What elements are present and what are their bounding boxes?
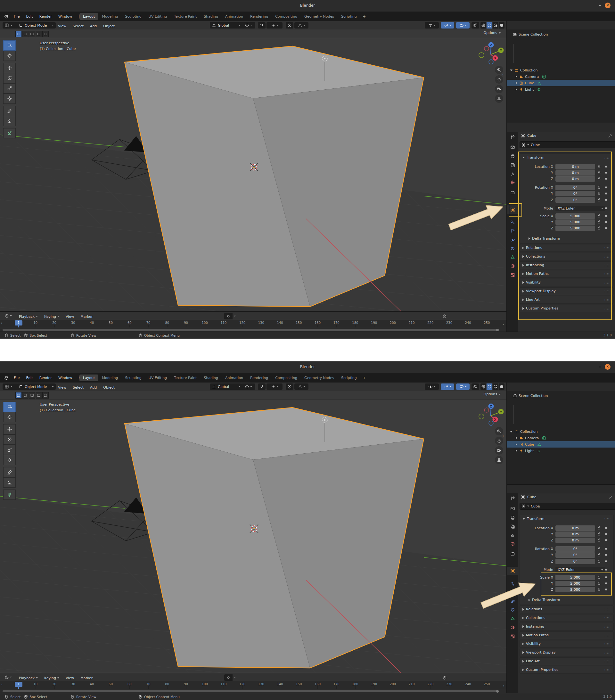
lock-icon[interactable] bbox=[597, 185, 601, 189]
rotation-mode-dropdown[interactable]: XYZ Euler bbox=[555, 206, 605, 211]
transform-value-field[interactable]: 5.000 bbox=[555, 213, 595, 219]
timeline-menu-keying[interactable]: Keying bbox=[41, 675, 62, 681]
properties-tab-output[interactable] bbox=[507, 152, 518, 160]
timeline-menu-view[interactable]: View bbox=[63, 675, 77, 681]
editor-type-button[interactable] bbox=[2, 22, 18, 28]
proportional-editing-button[interactable] bbox=[286, 384, 293, 390]
sidebar-collapse-chevron[interactable]: ‹ bbox=[502, 72, 503, 77]
shading-material-button[interactable] bbox=[493, 22, 499, 28]
editor-splitter-vertical[interactable] bbox=[506, 21, 507, 332]
viewport-3d[interactable]: Z Y X bbox=[0, 383, 506, 673]
properties-tab-particles[interactable] bbox=[507, 588, 518, 596]
properties-tab-scene[interactable] bbox=[507, 170, 518, 178]
panel-visibility[interactable]: Visibility::::: bbox=[519, 640, 614, 648]
tool-cursor[interactable] bbox=[3, 412, 16, 422]
minimize-button[interactable]: – bbox=[599, 2, 601, 8]
add-workspace-button[interactable]: + bbox=[360, 375, 368, 381]
lock-icon[interactable] bbox=[597, 171, 601, 175]
playhead[interactable]: 1 bbox=[15, 682, 22, 687]
properties-tab-tool[interactable] bbox=[507, 494, 518, 502]
timeline-scrollbar-handle[interactable] bbox=[496, 329, 499, 331]
transform-value-field[interactable]: 5.000 bbox=[555, 226, 595, 231]
auto-keying-button[interactable] bbox=[224, 313, 233, 320]
properties-tab-physics[interactable] bbox=[507, 236, 518, 244]
proportional-falloff-dropdown[interactable] bbox=[294, 22, 309, 28]
tool-transform[interactable] bbox=[3, 93, 16, 104]
transform-value-field[interactable]: 0 m bbox=[555, 538, 595, 543]
cube-object[interactable] bbox=[125, 46, 424, 307]
viewport-menu-add[interactable]: Add bbox=[87, 385, 100, 390]
workspace-tab-compositing[interactable]: Compositing bbox=[272, 13, 301, 20]
outliner-label[interactable]: Cube bbox=[525, 442, 534, 447]
outliner-label[interactable]: Collection bbox=[520, 68, 538, 72]
minimize-button[interactable]: – bbox=[599, 364, 601, 369]
properties-tab-texture[interactable] bbox=[507, 632, 518, 640]
timeline-collapse-chevron[interactable]: ‹ bbox=[503, 684, 504, 688]
viewport-menu-select[interactable]: Select bbox=[70, 385, 87, 390]
timeline-ruler[interactable]: › 10203040506070809010011012013014015016… bbox=[0, 320, 506, 327]
outliner-label[interactable]: Collection bbox=[520, 429, 538, 434]
panel-custom-properties[interactable]: Custom Properties::::: bbox=[519, 305, 614, 312]
use-preview-range-button[interactable] bbox=[441, 313, 448, 320]
viewport-3d[interactable]: Z Y X bbox=[0, 21, 506, 311]
animate-property-dot[interactable] bbox=[605, 172, 607, 174]
properties-tab-object[interactable] bbox=[507, 205, 518, 214]
lock-icon[interactable] bbox=[597, 526, 601, 530]
proportional-editing-button[interactable] bbox=[286, 22, 293, 28]
workspace-tab-sculpting[interactable]: Sculpting bbox=[122, 375, 145, 381]
timeline-menu-marker[interactable]: Marker bbox=[77, 314, 96, 320]
close-button[interactable]: ✕ bbox=[605, 2, 611, 8]
panel-line-art[interactable]: Line Art::::: bbox=[519, 658, 614, 665]
pivot-point-dropdown[interactable] bbox=[241, 384, 255, 390]
timeline-editor-type-button[interactable] bbox=[2, 674, 13, 680]
close-button[interactable]: ✕ bbox=[605, 364, 611, 370]
tool-measure[interactable] bbox=[3, 116, 16, 126]
workspace-tab-uv-editing[interactable]: UV Editing bbox=[145, 13, 171, 20]
shading-material-button[interactable] bbox=[493, 384, 499, 390]
animate-property-dot[interactable] bbox=[605, 568, 607, 571]
workspace-tab-sculpting[interactable]: Sculpting bbox=[122, 13, 145, 20]
xray-toggle-button[interactable] bbox=[472, 384, 479, 390]
properties-tab-tool[interactable] bbox=[507, 133, 518, 141]
workspace-tab-uv-editing[interactable]: UV Editing bbox=[145, 375, 171, 381]
tool-add-cube[interactable] bbox=[3, 489, 16, 500]
animate-property-dot[interactable] bbox=[605, 539, 607, 541]
select-mode-subtract[interactable] bbox=[29, 31, 35, 37]
tool-scale[interactable] bbox=[3, 83, 16, 93]
auto-keying-button[interactable] bbox=[224, 674, 233, 681]
tool-rotate[interactable] bbox=[3, 434, 16, 445]
drag-handle-icon[interactable]: ::::: bbox=[604, 156, 611, 159]
properties-tab-constraints[interactable] bbox=[507, 244, 518, 252]
timeline-scrollbar[interactable] bbox=[2, 690, 499, 692]
transform-value-field[interactable]: 0° bbox=[555, 546, 595, 552]
playhead[interactable]: 1 bbox=[15, 320, 22, 325]
expand-icon[interactable] bbox=[516, 449, 517, 452]
lock-icon[interactable] bbox=[597, 553, 601, 557]
gizmos-dropdown[interactable] bbox=[441, 384, 454, 390]
lock-icon[interactable] bbox=[597, 559, 601, 563]
animate-property-dot[interactable] bbox=[605, 227, 607, 229]
snap-toggle-button[interactable] bbox=[258, 384, 265, 390]
workspace-tab-geometry-nodes[interactable]: Geometry Nodes bbox=[301, 13, 338, 20]
shading-rendered-button[interactable] bbox=[499, 22, 504, 28]
animate-property-dot[interactable] bbox=[605, 178, 607, 180]
object-name-field[interactable]: Cube bbox=[519, 141, 615, 148]
properties-tab-render[interactable] bbox=[507, 143, 518, 151]
snap-target-dropdown[interactable] bbox=[266, 22, 283, 28]
transform-value-field[interactable]: 0° bbox=[555, 552, 595, 558]
gizmo-negative-y[interactable] bbox=[479, 414, 484, 419]
panel-relations[interactable]: Relations::::: bbox=[519, 244, 614, 252]
workspace-tab-layout[interactable]: Layout bbox=[79, 375, 98, 381]
gizmos-dropdown[interactable] bbox=[441, 22, 454, 28]
transform-value-field[interactable]: 0° bbox=[555, 191, 595, 196]
outliner-row[interactable]: Camera bbox=[507, 73, 615, 80]
tool-move[interactable] bbox=[3, 63, 16, 73]
overlays-dropdown[interactable] bbox=[456, 22, 469, 28]
animate-property-dot[interactable] bbox=[605, 192, 607, 195]
workspace-tab-scripting[interactable]: Scripting bbox=[338, 13, 360, 20]
workspace-tab-shading[interactable]: Shading bbox=[200, 13, 222, 20]
transform-value-field[interactable]: 0 m bbox=[555, 170, 595, 176]
window-titlebar[interactable]: Blender – ✕ bbox=[0, 361, 615, 373]
delta-transform-panel[interactable]: Delta Transform bbox=[528, 236, 560, 241]
menu-render[interactable]: Render bbox=[37, 375, 55, 381]
